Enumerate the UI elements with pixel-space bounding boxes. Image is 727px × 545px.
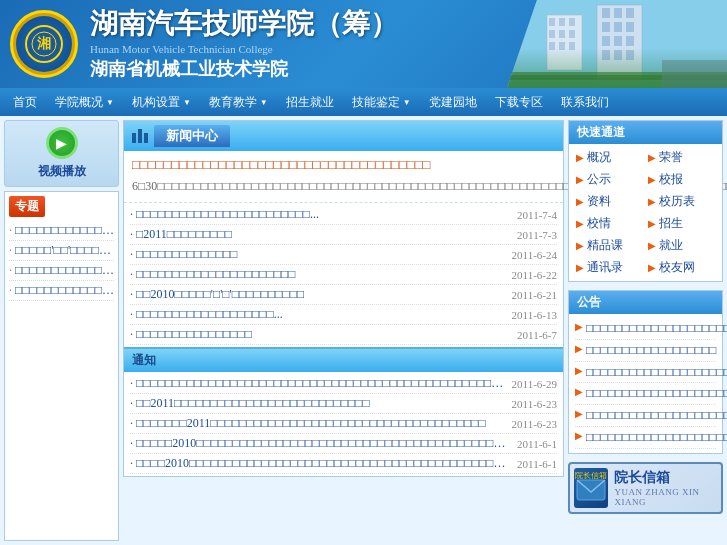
quick-link-2[interactable]: ▶ 荣誉 [647, 148, 716, 167]
announce-item-4[interactable]: ▶ □□□□□□□□□□□□□□□□□□□□□□□□□□□□□□□□□□□□□□… [575, 383, 716, 405]
nav-item-home[interactable]: 首页 [5, 91, 45, 113]
news-item-7[interactable]: □□□□□□□□□□□□□□□□ 2011-6-7 [130, 325, 557, 345]
svg-rect-23 [626, 36, 634, 46]
svg-rect-26 [626, 50, 634, 60]
notice-title-1: □□□□□□□□□□□□□□□□□□□□□□□□□□□□□□□□□□□□□□□□… [130, 376, 504, 391]
news-center-box: 新闻中心 □□□□□□□□□□□□□□□□□□□□□□□□□□□□□□□□□□□… [123, 120, 564, 477]
announce-text-6: □□□□□□□□□□□□□□□□□□□□□□□□□□□□□□□□□□□□□□□□… [586, 429, 727, 446]
nav-item-skill[interactable]: 技能鉴定 [344, 91, 419, 113]
svg-text:湘: 湘 [37, 35, 51, 51]
dean-title-en: YUAN ZHANG XIN XIANG [614, 487, 717, 507]
quick-link-label-9: 精品课 [587, 237, 623, 254]
svg-rect-27 [507, 72, 727, 88]
svg-rect-29 [662, 60, 727, 88]
news-featured-link[interactable]: □□□□□□□□□□□□□□□□□□□□□□□□□□□□□□□□□□□□□□ [132, 157, 555, 173]
video-label: 视频播放 [11, 163, 112, 180]
topic-section: 专题 □□□□□□□□□□□□□□□□□□□□□□... □□□□□'□□'□□… [9, 196, 114, 301]
arrow-icon-11: ▶ [576, 262, 584, 273]
quick-links-content: ▶ 概况 ▶ 荣誉 ▶ 公示 ▶ 校报 [569, 144, 722, 281]
quick-link-5[interactable]: ▶ 资料 [575, 192, 644, 211]
news-header: 新闻中心 [124, 121, 563, 151]
svg-rect-7 [569, 18, 575, 26]
announce-arrow-4: ▶ [575, 385, 583, 399]
notice-date-4: 2011-6-1 [517, 438, 557, 450]
svg-rect-10 [569, 30, 575, 38]
quick-link-label-12: 校友网 [659, 259, 695, 276]
dean-mailbox[interactable]: 院长信箱 院长信箱 YUAN ZHANG XIN XIANG [568, 462, 723, 514]
quick-link-4[interactable]: ▶ 校报 [647, 170, 716, 189]
play-button[interactable]: ▶ [46, 127, 78, 159]
bar-2 [138, 129, 142, 143]
quick-link-7[interactable]: ▶ 校情 [575, 214, 644, 233]
svg-rect-11 [549, 42, 555, 50]
news-item-title-5: □□2010□□□□□'□'□'□□□□□□□□□□ [130, 287, 504, 302]
center-content: 新闻中心 □□□□□□□□□□□□□□□□□□□□□□□□□□□□□□□□□□□… [123, 120, 564, 541]
news-item-title-4: □□□□□□□□□□□□□□□□□□□□□□ [130, 267, 504, 282]
notice-title-5: □□□□2010□□□□□□□□□□□□□□□□□□□□□□□□□□□□□□□□… [130, 456, 509, 471]
notice-header: 通知 [124, 347, 563, 372]
quick-link-9[interactable]: ▶ 精品课 [575, 236, 644, 255]
quick-link-label-11: 通讯录 [587, 259, 623, 276]
announce-item-6[interactable]: ▶ □□□□□□□□□□□□□□□□□□□□□□□□□□□□□□□□□□□□□□… [575, 427, 716, 449]
arrow-icon-8: ▶ [648, 218, 656, 229]
nav-item-admission[interactable]: 招生就业 [278, 91, 342, 113]
arrow-icon-6: ▶ [648, 196, 656, 207]
arrow-icon-1: ▶ [576, 152, 584, 163]
video-box: ▶ 视频播放 [4, 120, 119, 187]
quick-link-11[interactable]: ▶ 通讯录 [575, 258, 644, 277]
news-item-date-6: 2011-6-13 [512, 309, 557, 321]
notice-item-3[interactable]: □□□□□□□2011□□□□□□□□□□□□□□□□□□□□□□□□□□□□□… [130, 414, 557, 434]
quick-link-6[interactable]: ▶ 校历表 [647, 192, 716, 211]
nav-item-party[interactable]: 党建园地 [421, 91, 485, 113]
announce-text-1: □□□□□□□□□□□□□□□□□□□□□□□□□□□□□? [586, 320, 727, 337]
quick-link-label-1: 概况 [587, 149, 611, 166]
school-title-en: Hunan Motor Vehicle Technician College [90, 43, 398, 55]
school-logo: 湘 [10, 10, 78, 78]
quick-link-8[interactable]: ▶ 招生 [647, 214, 716, 233]
header: 湘 湖南汽车技师学院（筹） Hunan Motor Vehicle Techni… [0, 0, 727, 88]
quick-link-3[interactable]: ▶ 公示 [575, 170, 644, 189]
svg-rect-9 [559, 30, 565, 38]
nav-item-overview[interactable]: 学院概况 [47, 91, 122, 113]
topic-item-1[interactable]: □□□□□□□□□□□□□□□□□□□□□□... [9, 221, 114, 241]
notice-date-3: 2011-6-23 [512, 418, 557, 430]
news-item-6[interactable]: □□□□□□□□□□□□□□□□□□□... 2011-6-13 [130, 305, 557, 325]
announce-item-5[interactable]: ▶ □□□□□□□□□□□□□□□□□□□□□□□□□□□□□□□□□□□□□□… [575, 405, 716, 427]
svg-rect-16 [614, 8, 622, 18]
navbar: 首页 学院概况 机构设置 教育教学 招生就业 技能鉴定 党建园地 下载专区 联系… [0, 88, 727, 116]
logo-inner: 湘 [16, 16, 72, 72]
news-item-title-7: □□□□□□□□□□□□□□□□ [130, 327, 509, 342]
topic-item-2[interactable]: □□□□□'□□'□□□□□□□□□□□□□□□□□ [9, 241, 114, 261]
announce-item-2[interactable]: ▶ □□□□□□□□□□□□□□□□□□ [575, 340, 716, 362]
quick-link-10[interactable]: ▶ 就业 [647, 236, 716, 255]
notice-item-2[interactable]: □□2011□□□□□□□□□□□□□□□□□□□□□□□□□□□ 2011-6… [130, 394, 557, 414]
topic-item-4[interactable]: □□□□□□□□□□□□□□□□□□□□□□□□□□□□□□□□□□□□□□□□… [9, 281, 114, 301]
announce-item-1[interactable]: ▶ □□□□□□□□□□□□□□□□□□□□□□□□□□□□□? [575, 318, 716, 340]
quick-link-label-3: 公示 [587, 171, 611, 188]
notice-item-4[interactable]: □□□□□2010□□□□□□□□□□□□□□□□□□□□□□□□□□□□□□□… [130, 434, 557, 454]
news-item-date-7: 2011-6-7 [517, 329, 557, 341]
quick-link-12[interactable]: ▶ 校友网 [647, 258, 716, 277]
news-item-3[interactable]: □□□□□□□□□□□□□□ 2011-6-24 [130, 245, 557, 265]
announce-arrow-6: ▶ [575, 429, 583, 443]
announce-item-3[interactable]: ▶ □□□□□□□□□□□□□□□□□□□□□□□□□□□□ [575, 362, 716, 384]
main-content: ▶ 视频播放 专题 □□□□□□□□□□□□□□□□□□□□□□... □□□□… [0, 116, 727, 545]
nav-item-org[interactable]: 机构设置 [124, 91, 199, 113]
nav-item-edu[interactable]: 教育教学 [201, 91, 276, 113]
news-item-1[interactable]: □□□□□□□□□□□□□□□□□□□□□□□□... 2011-7-4 [130, 205, 557, 225]
notice-item-5[interactable]: □□□□2010□□□□□□□□□□□□□□□□□□□□□□□□□□□□□□□□… [130, 454, 557, 474]
news-item-5[interactable]: □□2010□□□□□'□'□'□□□□□□□□□□ 2011-6-21 [130, 285, 557, 305]
news-item-2[interactable]: □2011□□□□□□□□□ 2011-7-3 [130, 225, 557, 245]
arrow-icon-7: ▶ [576, 218, 584, 229]
nav-item-contact[interactable]: 联系我们 [553, 91, 617, 113]
news-item-4[interactable]: □□□□□□□□□□□□□□□□□□□□□□ 2011-6-22 [130, 265, 557, 285]
notice-date-5: 2011-6-1 [517, 458, 557, 470]
bar-1 [132, 133, 136, 143]
notice-item-1[interactable]: □□□□□□□□□□□□□□□□□□□□□□□□□□□□□□□□□□□□□□□□… [130, 374, 557, 394]
arrow-icon-12: ▶ [648, 262, 656, 273]
quick-link-1[interactable]: ▶ 概况 [575, 148, 644, 167]
announce-text-2: □□□□□□□□□□□□□□□□□□ [586, 342, 716, 359]
topic-item-3[interactable]: □□□□□□□□□□□□□□□□□□□□□□□□□□□□□□□□□□□□□□□□… [9, 261, 114, 281]
svg-rect-5 [549, 18, 555, 26]
nav-item-download[interactable]: 下载专区 [487, 91, 551, 113]
